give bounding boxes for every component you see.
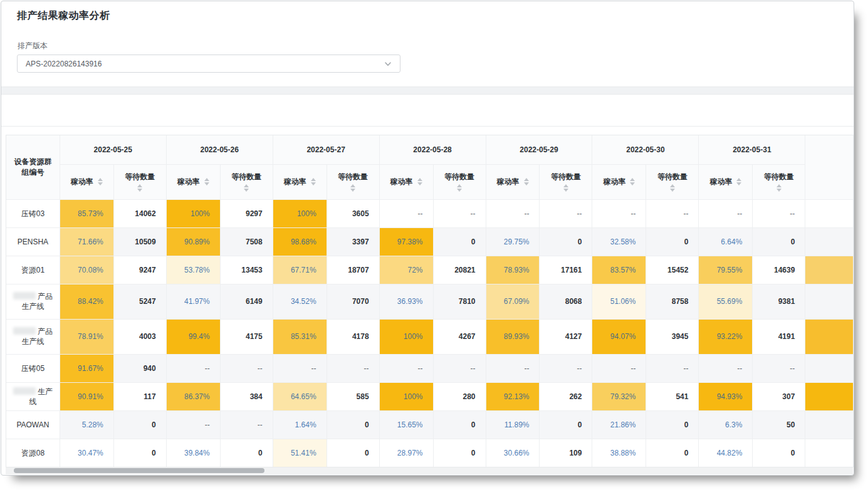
rate-cell[interactable]: 67.09% [486, 284, 540, 319]
sort-icon[interactable] [630, 178, 635, 185]
rate-column-header[interactable]: 稼动率 [166, 164, 220, 199]
rate-cell[interactable]: 30.66% [486, 439, 540, 467]
rate-cell[interactable]: 64.65% [273, 382, 327, 410]
rate-cell[interactable]: 53.78% [166, 256, 220, 284]
rate-cell[interactable]: 32.58% [592, 227, 646, 256]
wait-column-header[interactable]: 等待数量 [646, 164, 699, 199]
wait-cell: 4003 [113, 319, 166, 354]
rate-cell[interactable]: 100% [379, 319, 433, 354]
rate-cell[interactable]: 89.93% [486, 319, 540, 354]
rate-cell[interactable]: 41.97% [166, 284, 220, 319]
rate-cell[interactable]: 79.55% [699, 256, 753, 284]
rate-cell[interactable]: 21.86% [592, 410, 646, 439]
rate-cell[interactable]: 85.31% [273, 319, 327, 354]
wait-cell: 8758 [646, 284, 699, 319]
peek-cell [805, 227, 854, 256]
rate-cell[interactable]: 34.52% [273, 284, 327, 319]
rate-cell[interactable]: 90.89% [166, 227, 220, 256]
sort-icon[interactable] [670, 184, 675, 192]
wait-column-header[interactable]: 等待数量 [540, 164, 592, 199]
rate-cell[interactable]: 86.37% [166, 382, 220, 410]
rate-cell[interactable]: 100% [379, 382, 433, 410]
sort-icon[interactable] [736, 178, 741, 185]
sort-icon[interactable] [524, 178, 529, 185]
date-header: 2022-05-29 [486, 135, 592, 164]
rate-cell[interactable]: 44.82% [699, 439, 753, 467]
rate-cell[interactable]: 94.07% [592, 319, 646, 354]
rate-cell[interactable]: 79.32% [592, 382, 646, 410]
rate-column-header[interactable]: 稼动率 [379, 164, 433, 199]
table-scroll-container[interactable]: 设备资源群组编号2022-05-252022-05-262022-05-2720… [6, 135, 854, 467]
rate-cell[interactable]: 78.93% [486, 256, 540, 284]
wait-cell: -- [753, 199, 805, 227]
rate-cell[interactable]: 98.68% [273, 227, 327, 256]
rate-cell[interactable]: 1.64% [273, 410, 327, 439]
rate-cell[interactable]: 29.75% [486, 227, 540, 256]
sort-icon[interactable] [137, 184, 142, 192]
rate-cell[interactable]: 83.57% [592, 256, 646, 284]
wait-column-header[interactable]: 等待数量 [327, 164, 379, 199]
rate-cell[interactable]: 94.93% [699, 382, 753, 410]
peek-cell [805, 439, 854, 467]
rate-cell[interactable]: 93.22% [699, 319, 753, 354]
rate-column-header[interactable]: 稼动率 [60, 164, 113, 199]
wait-cell: 13453 [220, 256, 273, 284]
rate-cell[interactable]: 90.91% [60, 382, 113, 410]
rate-column-header[interactable]: 稼动率 [592, 164, 646, 199]
rate-cell[interactable]: 99.4% [166, 319, 220, 354]
rate-cell[interactable]: 78.91% [60, 319, 113, 354]
wait-cell: 280 [433, 382, 486, 410]
rate-cell[interactable]: 85.73% [60, 199, 113, 227]
rate-cell[interactable]: 36.93% [379, 284, 433, 319]
rate-cell[interactable]: 51.06% [592, 284, 646, 319]
sort-icon[interactable] [457, 184, 462, 192]
wait-cell: 6149 [220, 284, 273, 319]
sort-icon[interactable] [417, 178, 422, 185]
rate-column-header[interactable]: 稼动率 [273, 164, 327, 199]
rate-cell[interactable]: 6.64% [699, 227, 753, 256]
h-scrollbar[interactable] [6, 467, 853, 474]
version-label: 排产版本 [18, 41, 48, 51]
sort-icon[interactable] [311, 178, 316, 185]
sort-icon[interactable] [776, 184, 782, 192]
rate-column-header[interactable]: 稼动率 [486, 164, 540, 199]
rate-cell[interactable]: 5.28% [60, 410, 113, 439]
rate-cell[interactable]: 28.97% [379, 439, 433, 467]
rate-cell[interactable]: 71.66% [60, 227, 113, 256]
rate-cell[interactable]: 11.89% [486, 410, 540, 439]
rate-cell[interactable]: 88.42% [60, 284, 113, 319]
rate-cell[interactable]: 72% [379, 256, 433, 284]
rate-cell[interactable]: 97.38% [379, 227, 433, 256]
sort-icon[interactable] [98, 178, 103, 185]
rate-cell[interactable]: 100% [273, 199, 327, 227]
rate-cell[interactable]: 100% [166, 199, 220, 227]
rate-cell[interactable]: 70.08% [60, 256, 113, 284]
resource-name-cell: 资源08 [6, 439, 60, 467]
utilization-table: 设备资源群组编号2022-05-252022-05-262022-05-2720… [6, 135, 854, 467]
wait-column-header[interactable]: 等待数量 [113, 164, 166, 199]
rate-cell[interactable]: 55.69% [699, 284, 753, 319]
sort-icon[interactable] [563, 184, 568, 192]
table-row: PENSHA71.66%1050990.89%750898.68%339797.… [6, 227, 854, 256]
sort-icon[interactable] [350, 184, 355, 192]
sort-icon[interactable] [244, 184, 249, 192]
wait-column-header[interactable]: 等待数量 [753, 164, 805, 199]
rate-cell[interactable]: 92.13% [486, 382, 540, 410]
h-scrollbar-thumb[interactable] [14, 468, 264, 473]
rate-cell[interactable]: 51.41% [273, 439, 327, 467]
rate-cell[interactable]: 38.88% [592, 439, 646, 467]
redaction-box [13, 292, 36, 300]
peek-cell [805, 410, 854, 439]
rate-column-header[interactable]: 稼动率 [699, 164, 753, 199]
rate-cell[interactable]: 67.71% [273, 256, 327, 284]
rate-cell[interactable]: 30.47% [60, 439, 113, 467]
rate-cell[interactable]: 15.65% [379, 410, 433, 439]
rate-cell[interactable]: 6.3% [699, 410, 753, 439]
rate-cell[interactable]: 39.84% [166, 439, 220, 467]
wait-column-header[interactable]: 等待数量 [433, 164, 486, 199]
caret-up-icon [244, 184, 249, 187]
version-select[interactable]: APS-20220826143916 [17, 55, 400, 73]
rate-cell[interactable]: 91.67% [60, 354, 113, 382]
wait-column-header[interactable]: 等待数量 [220, 164, 273, 199]
sort-icon[interactable] [204, 178, 209, 185]
